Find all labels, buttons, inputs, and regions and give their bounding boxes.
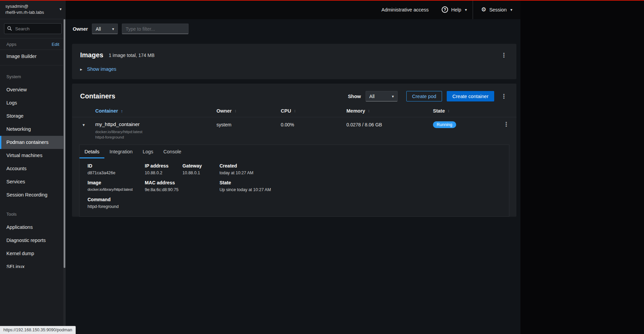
sidebar-scrollbar [63,19,66,334]
sort-ascending-icon: ↑ [121,109,123,114]
status-bar-url: https://192.168.150.35:9090/podman [0,326,76,334]
sidebar-item-applications[interactable]: Applications [0,221,66,234]
session-menu[interactable]: ⚙ Session ▾ [473,0,520,19]
sidebar-item-virtual-machines[interactable]: Virtual machines [0,149,66,162]
tab-logs[interactable]: Logs [138,145,158,158]
owner-filter-select[interactable]: All ▾ [92,24,118,34]
search-icon [7,26,12,32]
tools-section-label: Tools [0,202,66,221]
container-cpu: 0.00% [281,121,346,127]
sort-icon: ↕ [447,109,449,113]
column-header-memory[interactable]: Memory ↕ [346,108,433,114]
container-owner: system [216,121,281,127]
masthead: sysadmin@ rhel9-vm.rh-lab.labs ▾ Adminis… [0,0,520,19]
sidebar-item-logs[interactable]: Logs [0,96,66,110]
sidebar-item-image-builder[interactable]: Image Builder [0,50,66,63]
column-header-cpu[interactable]: CPU ↕ [281,108,346,114]
sort-icon: ↕ [234,109,236,113]
search-input[interactable] [4,23,62,34]
tab-details[interactable]: Details [79,145,104,158]
create-container-button[interactable]: Create container [447,91,494,101]
masthead-toolbar: Administrative access ? Help ▾ ⚙ Session… [374,0,520,19]
owner-filter-label: Owner [73,26,88,32]
column-header-state[interactable]: State ↕ [433,108,496,114]
container-name-cell: my_httpd_container docker.io/library/htt… [95,121,216,140]
containers-table-header: Container ↑ Owner ↕ CPU ↕ Memory [72,106,516,117]
detail-mac-address: MAC address 9e:8a:6c:d8:90:75 [145,180,182,192]
gear-icon: ⚙ [481,7,486,12]
containers-card-title: Containers [80,92,115,100]
images-card: Images 1 image total, 174 MB ⋮ ▸ Show im… [72,44,516,79]
sidebar-item-session-recording[interactable]: Session Recording [0,188,66,202]
system-section-label: System [0,65,66,83]
filter-toolbar: Owner All ▾ [73,24,520,34]
sidebar-item-storage[interactable]: Storage [0,110,66,123]
container-table-row[interactable]: ▾ my_httpd_container docker.io/library/h… [72,117,516,143]
kebab-menu-icon[interactable]: ⋮ [502,121,511,127]
row-expander-toggle[interactable]: ▾ [82,121,85,127]
status-badge: Running [433,121,456,128]
detail-state: State Up since today at 10:27 AM [219,180,501,192]
create-pod-button[interactable]: Create pod [406,91,442,101]
detail-gateway: Gateway 10.88.0.1 [182,163,219,175]
apps-edit-link[interactable]: Edit [52,42,59,47]
caret-down-icon: ▾ [465,7,467,12]
sidebar-nav: System Overview Logs Storage Networking … [0,65,66,268]
apps-section: Apps Edit Image Builder [0,38,66,65]
caret-down-icon: ▾ [392,94,394,99]
browser-viewport: sysadmin@ rhel9-vm.rh-lab.labs ▾ Adminis… [0,0,520,334]
container-image: docker.io/library/httpd:latest [95,129,216,134]
details-tabs: Details Integration Logs Console [79,145,509,158]
sidebar-item-diagnostic-reports[interactable]: Diagnostic reports [0,234,66,247]
sidebar-item-podman-containers[interactable]: Podman containers [0,136,66,149]
detail-ip-address: IP address 10.88.0.2 [145,163,182,175]
sidebar-item-networking[interactable]: Networking [0,123,66,136]
sidebar-item-selinux[interactable]: SELinux [0,260,66,268]
sidebar-item-services[interactable]: Services [0,175,66,188]
sidebar-scrollbar-thumb[interactable] [64,19,65,268]
chevron-down-icon: ▾ [60,7,62,11]
chevron-right-icon[interactable]: ▸ [80,67,82,72]
owner-filter-value: All [96,26,101,32]
host-user: sysadmin@ [5,3,56,9]
images-card-title: Images [80,51,103,59]
main-content: Owner All ▾ Images 1 image total, 174 MB… [66,19,520,334]
detail-created: Created today at 10:27 AM [219,163,501,175]
sidebar-item-kernel-dump[interactable]: Kernel dump [0,247,66,260]
container-details-panel: Details Integration Logs Console ID d871… [79,145,509,217]
help-label: Help [451,7,461,12]
column-header-container[interactable]: Container ↑ [95,108,216,114]
container-command: httpd-foreground [95,134,216,140]
sidebar-item-overview[interactable]: Overview [0,83,66,96]
containers-card: Containers Show All ▾ Create pod Create … [72,84,516,217]
sort-icon: ↕ [368,109,370,113]
name-filter-input[interactable] [122,24,189,34]
sidebar-item-accounts[interactable]: Accounts [0,162,66,175]
caret-down-icon: ▾ [510,7,512,12]
sort-icon: ↕ [294,109,296,113]
show-filter-select[interactable]: All ▾ [366,91,398,101]
top-accent-stripe [0,0,644,1]
column-header-owner[interactable]: Owner ↕ [216,108,281,114]
kebab-menu-icon[interactable]: ⋮ [500,52,508,58]
show-filter-value: All [369,94,375,99]
show-filter-label: Show [348,94,361,99]
kebab-menu-icon[interactable]: ⋮ [500,93,508,99]
detail-image: Image docker.io/library/httpd:latest [88,180,145,192]
question-circle-icon: ? [442,6,448,13]
container-memory: 0.0278 / 8.06 GB [346,121,433,127]
images-summary: 1 image total, 174 MB [109,53,155,58]
apps-section-label: Apps [6,42,16,47]
details-tab-panel: ID d871ca3a426e IP address 10.88.0.2 Gat… [79,158,509,216]
administrative-access-button[interactable]: Administrative access [374,0,436,19]
tab-integration[interactable]: Integration [104,145,138,158]
show-images-link[interactable]: Show images [87,66,116,72]
host-name: rhel9-vm.rh-lab.labs [5,9,56,16]
detail-id: ID d871ca3a426e [88,163,145,175]
tab-console[interactable]: Console [158,145,186,158]
help-menu[interactable]: ? Help ▾ [436,0,473,19]
sidebar: Apps Edit Image Builder System Overview … [0,19,66,334]
detail-command: Command httpd-foreground [88,197,145,209]
host-switcher[interactable]: sysadmin@ rhel9-vm.rh-lab.labs ▾ [0,0,66,19]
session-label: Session [489,7,507,12]
